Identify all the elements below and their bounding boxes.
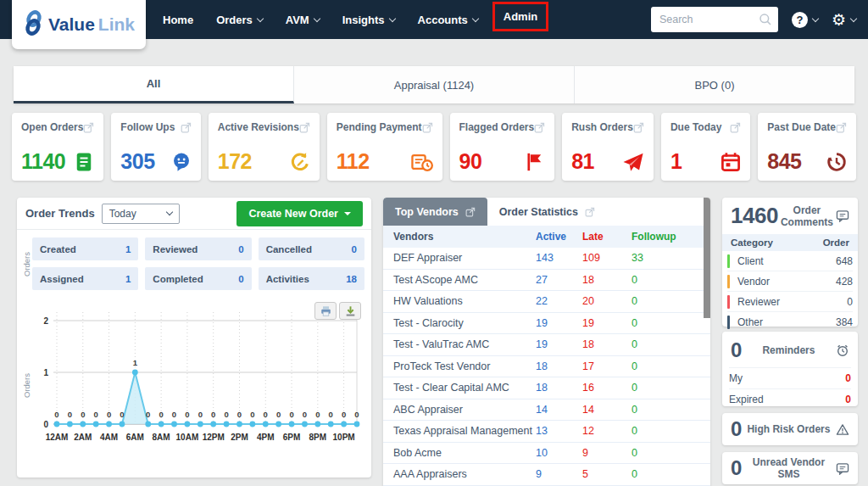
external-link-icon[interactable] [534, 121, 545, 137]
settings-menu[interactable]: ⚙ [832, 12, 856, 28]
vendor-late-cell: 16 [582, 382, 632, 394]
stat-card-title: Flagged Orders [459, 121, 535, 133]
external-link-icon[interactable] [633, 121, 644, 137]
nav-item-admin[interactable]: Admin [492, 2, 548, 31]
stat-card[interactable]: Flagged Orders 90 [450, 113, 555, 181]
stat-card-value: 305 [120, 149, 154, 174]
stat-card[interactable]: Follow Ups 305 [111, 113, 200, 181]
help-menu[interactable]: ? [792, 12, 818, 28]
vendor-row[interactable]: Test - Clarocity 19 19 0 [383, 313, 710, 335]
vendor-row[interactable]: Bob Acme 10 9 0 [383, 443, 710, 465]
stat-card-title: Past Due Date [767, 121, 836, 133]
data-point-label: 0 [303, 410, 307, 419]
tab-top-vendors[interactable]: Top Vendors [383, 198, 487, 226]
vendor-row[interactable]: HW Valuations 22 20 0 [383, 291, 710, 313]
comments-table-body: Client 648 Vendor 428 Reviewer 0 [722, 251, 858, 332]
vendor-followup-cell: 0 [632, 382, 707, 394]
external-link-icon[interactable] [299, 121, 310, 137]
trend-area [57, 372, 357, 424]
data-point-label: 0 [81, 410, 85, 419]
stat-card-value: 81 [571, 149, 594, 174]
vendor-active-cell: 19 [536, 338, 582, 350]
stat-card[interactable]: Past Due Date 845 [758, 113, 856, 181]
search-box [651, 7, 778, 32]
stat-card-title: Active Revisions [218, 121, 299, 133]
paper-plane-icon [622, 152, 644, 172]
tab-appraisal[interactable]: Appraisal (1124) [294, 66, 575, 103]
nav-item-home[interactable]: Home [163, 14, 193, 26]
vendor-row[interactable]: Test - Clear Capital AMC 18 16 0 [383, 377, 710, 399]
unread-sms-label: Unread Vendor SMS [742, 456, 836, 480]
stat-card[interactable]: Due Today 1 [661, 113, 750, 181]
vendor-late-cell: 5 [582, 468, 632, 480]
vendors-scrollbar[interactable] [704, 198, 710, 318]
stat-card[interactable]: Open Orders 1140 [12, 113, 103, 181]
data-point [67, 422, 73, 427]
high-risk-orders-widget[interactable]: 0 High Risk Orders [722, 413, 858, 445]
data-point [210, 422, 216, 427]
vendor-name-cell: DEF Appraiser [393, 252, 536, 264]
trend-pill: Assigned 1 [32, 267, 138, 290]
vendor-followup-cell: 0 [632, 468, 707, 480]
chevron-down-icon [472, 14, 479, 21]
flag-icon [525, 152, 545, 172]
valuelink-logo[interactable]: ValueLink [12, 0, 146, 49]
external-link-icon[interactable] [181, 121, 192, 137]
data-point [198, 422, 203, 427]
nav-item-avm[interactable]: AVM [286, 14, 320, 26]
create-new-order-button[interactable]: Create New Order [236, 201, 363, 226]
chat-icon [171, 152, 192, 172]
external-link-icon[interactable] [836, 121, 847, 137]
trend-pill: Activities 18 [259, 267, 364, 290]
stat-card[interactable]: Rush Orders 81 [562, 113, 654, 181]
nav-item-orders[interactable]: Orders [216, 14, 263, 26]
stat-card-title: Pending Payment [337, 121, 422, 133]
category-value: 648 [836, 255, 853, 267]
x-tick-label: 10AM [176, 433, 199, 442]
stat-card[interactable]: Pending Payment 112 [327, 113, 442, 181]
data-point-label: 0 [342, 410, 346, 419]
nav-item-accounts[interactable]: Accounts [418, 14, 478, 26]
stat-card-title: Rush Orders [571, 121, 633, 133]
vendor-row[interactable]: AAA Appraisers 9 5 0 [383, 464, 710, 486]
vendor-row[interactable]: Test - ValuTrac AMC 19 18 0 [383, 334, 710, 356]
stat-card-value: 172 [218, 149, 252, 174]
vendor-row[interactable]: DEF Appraiser 143 109 33 [383, 248, 710, 270]
nav-item-insights[interactable]: Insights [342, 14, 395, 26]
search-icon[interactable] [759, 13, 772, 30]
trend-pill-label: Activities [266, 274, 309, 284]
vendor-row[interactable]: ABC Appraiser 14 14 0 [383, 399, 710, 422]
data-point-label: 0 [315, 410, 320, 419]
main-nav: Home Orders AVM Insights Accounts Admin [163, 8, 540, 31]
revision-icon [290, 152, 310, 172]
x-tick-label: 4PM [257, 433, 275, 442]
vendor-row[interactable]: Texas Appraisal Management 13 12 0 [383, 421, 710, 443]
external-link-icon[interactable] [422, 121, 433, 137]
stat-card-value: 112 [337, 149, 370, 174]
tab-all[interactable]: All [14, 66, 294, 103]
vendor-followup-cell: 0 [632, 295, 707, 307]
vendor-row[interactable]: ProTeck Test Vendor 18 17 0 [383, 356, 710, 378]
tab-order-statistics[interactable]: Order Statistics [487, 198, 607, 226]
trend-pill-label: Assigned [40, 274, 84, 284]
stat-card-title: Follow Ups [120, 121, 175, 133]
unread-vendor-sms-widget[interactable]: 0 Unread Vendor SMS [722, 452, 858, 484]
data-point-label: 0 [146, 410, 150, 419]
stat-card[interactable]: Active Revisions 172 [209, 113, 320, 181]
vendor-followup-cell: 0 [632, 425, 707, 437]
download-chart-button[interactable] [339, 302, 361, 320]
vendor-row[interactable]: Test AScope AMC 27 18 0 [383, 270, 710, 292]
stat-card-title: Due Today [670, 121, 721, 133]
trend-pill-label: Cancelled [266, 244, 312, 254]
brand-word-link: Link [98, 14, 135, 35]
print-chart-button[interactable] [314, 302, 337, 320]
external-link-icon[interactable] [730, 121, 741, 137]
category-color-bar [727, 295, 730, 309]
external-link-icon[interactable] [83, 121, 94, 137]
chevron-down-icon [850, 14, 857, 21]
tab-bpo[interactable]: BPO (0) [575, 66, 854, 103]
period-select[interactable]: Today [102, 204, 180, 224]
reminders-count: 0 [731, 338, 742, 362]
data-point [145, 422, 151, 427]
stat-card-title: Open Orders [21, 121, 83, 133]
